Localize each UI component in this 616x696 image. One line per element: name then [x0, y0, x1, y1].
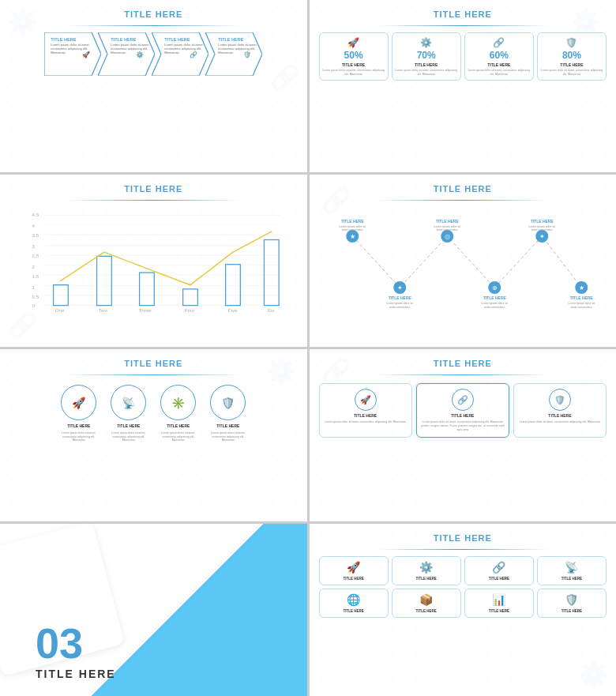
- circle-2-label: TITLE HERE: [117, 423, 140, 428]
- svg-text:TITLE HERE: TITLE HERE: [569, 295, 593, 300]
- svg-text:amet consectetur: amet consectetur: [436, 228, 458, 231]
- svg-rect-28: [226, 265, 241, 306]
- arrow-1-text: Lorem ipsum dolor sit amet, consectetur …: [51, 43, 100, 55]
- circle-2-desc: Lorem ipsum dolor sit amet, consectetur …: [107, 431, 150, 442]
- svg-text:TITLE HERE: TITLE HERE: [388, 295, 411, 300]
- arrow-process: TITLE HERE Lorem ipsum dolor sit amet, c…: [9, 32, 298, 76]
- arrow-1-icon: 🚀: [82, 51, 90, 58]
- card-3-desc: Lorem ipsum dolor sit amet, consectetur …: [520, 420, 600, 424]
- svg-text:★: ★: [349, 233, 355, 240]
- svg-text:TITLE HERE: TITLE HERE: [530, 219, 554, 224]
- info-card-1: 🚀 TITLE HERE Lorem ipsum dolor sit amet,…: [319, 383, 412, 438]
- arrow-1-label: TITLE HERE: [51, 37, 76, 42]
- arrow-3-icon: 🔗: [190, 51, 197, 58]
- stat-card-2: ⚙️ 70% TITLE HERE Lorem ipsum dolor sit …: [392, 32, 461, 81]
- cards-row: 🚀 TITLE HERE Lorem ipsum dolor sit amet,…: [319, 383, 607, 438]
- main-grid: ⚙️ 🔗 TITLE HERE TITLE HERE Lorem ipsum d…: [0, 0, 616, 696]
- arrow-item-1: TITLE HERE Lorem ipsum dolor sit amet, c…: [44, 32, 101, 76]
- slide-7: 03 TITLE HERE: [0, 524, 307, 696]
- card-3-icon: 🛡️: [549, 389, 571, 411]
- card-2-icon: 🔗: [452, 389, 474, 411]
- card-2-title: TITLE HERE: [451, 413, 474, 418]
- divider-5: [67, 374, 240, 375]
- card-3-title: TITLE HERE: [548, 413, 571, 418]
- circle-item-2: 📡 TITLE HERE Lorem ipsum dolor sit amet,…: [107, 385, 150, 442]
- svg-text:2.5: 2.5: [32, 253, 39, 258]
- circle-item-3: ✳️ TITLE HERE Lorem ipsum dolor sit amet…: [156, 385, 200, 442]
- svg-text:3: 3: [32, 243, 36, 249]
- circle-item-1: 🚀 TITLE HERE Lorem ipsum dolor sit amet,…: [57, 385, 100, 442]
- grid-3-label: TITLE HERE: [489, 577, 509, 581]
- stat-4-title: TITLE HERE: [560, 62, 583, 67]
- circle-2-icon: 📡: [111, 385, 146, 420]
- grid-7-label: TITLE HERE: [489, 609, 509, 613]
- svg-text:Three: Three: [139, 307, 152, 313]
- svg-text:Lorem ipsum dolor sit: Lorem ipsum dolor sit: [568, 302, 594, 305]
- svg-rect-26: [140, 273, 155, 306]
- svg-text:✦: ✦: [539, 233, 544, 240]
- circle-3-icon: ✳️: [160, 385, 196, 420]
- stat-2-percent: 70%: [417, 50, 436, 61]
- circle-1-label: TITLE HERE: [67, 423, 90, 428]
- arrow-2-label: TITLE HERE: [111, 37, 136, 42]
- grid-6-icon: 📦: [419, 593, 433, 606]
- stat-card-4: 🛡️ 80% TITLE HERE Lorem ipsum dolor sit …: [537, 32, 607, 81]
- circle-item-4: 🛡️ TITLE HERE Lorem ipsum dolor sit amet…: [206, 385, 250, 442]
- svg-text:★: ★: [578, 284, 584, 292]
- info-card-3: 🛡️ TITLE HERE Lorem ipsum dolor sit amet…: [513, 383, 607, 438]
- grid-item-8: 🛡️ TITLE HERE: [537, 589, 607, 618]
- slide-4-title: TITLE HERE: [434, 184, 492, 194]
- svg-text:Two: Two: [99, 307, 108, 313]
- grid-item-4: 📡 TITLE HERE: [537, 556, 607, 585]
- circle-4-desc: Lorem ipsum dolor sit amet, consectetur …: [206, 431, 250, 442]
- stat-card-1: 🚀 50% TITLE HERE Lorem ipsum dolor sit a…: [319, 32, 389, 81]
- arrow-3-label: TITLE HERE: [164, 37, 190, 42]
- svg-text:Lorem ipsum dolor sit: Lorem ipsum dolor sit: [386, 302, 412, 305]
- circle-3-desc: Lorem ipsum dolor sit amet, consectetur …: [156, 431, 200, 442]
- stat-1-title: TITLE HERE: [342, 62, 365, 67]
- grid-4-icon: 📡: [565, 561, 578, 574]
- grid-1-icon: 🚀: [347, 561, 360, 574]
- stat-card-3: 🔗 60% TITLE HERE Lorem ipsum dolor sit a…: [464, 32, 534, 81]
- slide-3-title: TITLE HERE: [124, 184, 182, 194]
- svg-text:⊕: ⊕: [491, 284, 497, 292]
- svg-text:0: 0: [32, 303, 36, 308]
- arrow-item-2: TITLE HERE Lorem ipsum dolor sit amet, c…: [98, 32, 155, 76]
- big-number: 03: [36, 622, 291, 664]
- card-1-desc: Lorem ipsum dolor sit amet, consectetur …: [325, 420, 405, 424]
- stat-1-percent: 50%: [344, 50, 363, 61]
- stat-3-percent: 60%: [490, 50, 509, 61]
- slide-2: ⚙️ TITLE HERE 🚀 50% TITLE HERE Lorem ips…: [310, 0, 617, 172]
- grid-item-6: 📦 TITLE HERE: [392, 589, 461, 618]
- circles-row: 🚀 TITLE HERE Lorem ipsum dolor sit amet,…: [57, 385, 250, 442]
- arrow-2-text: Lorem ipsum dolor sit amet, consectetur …: [111, 43, 153, 55]
- grid-1-label: TITLE HERE: [343, 577, 363, 581]
- divider-2: [376, 25, 549, 26]
- circle-1-desc: Lorem ipsum dolor sit amet, consectetur …: [57, 431, 100, 442]
- arrow-item-4: TITLE HERE Lorem ipsum dolor sit amet, c…: [205, 32, 262, 76]
- svg-text:amet consectetur: amet consectetur: [570, 306, 592, 309]
- divider-6: [376, 374, 549, 375]
- grid-4-label: TITLE HERE: [562, 577, 582, 581]
- circle-3-label: TITLE HERE: [167, 423, 190, 428]
- svg-text:One: One: [55, 307, 65, 313]
- arrow-4-label: TITLE HERE: [218, 37, 243, 42]
- arrow-4-icon: 🛡️: [243, 51, 251, 58]
- svg-text:amet consectetur: amet consectetur: [531, 228, 553, 231]
- svg-text:Six: Six: [268, 307, 276, 313]
- stat-1-icon: 🚀: [347, 37, 359, 48]
- svg-text:TITLE HERE: TITLE HERE: [435, 219, 459, 224]
- stat-3-title: TITLE HERE: [487, 62, 510, 67]
- divider-8: [376, 549, 549, 550]
- svg-text:amet consectetur: amet consectetur: [341, 228, 363, 231]
- slide-1: ⚙️ 🔗 TITLE HERE TITLE HERE Lorem ipsum d…: [0, 0, 307, 172]
- svg-text:3.5: 3.5: [32, 232, 39, 238]
- grid-item-7: 📊 TITLE HERE: [464, 589, 534, 618]
- grid-7-icon: 📊: [492, 593, 505, 606]
- arrow-4-text: Lorem ipsum dolor sit amet, consectetur …: [218, 43, 261, 55]
- grid-item-5: 🌐 TITLE HERE: [319, 589, 389, 618]
- grid-2-icon: ⚙️: [419, 561, 433, 574]
- slide-3: 🔗 TITLE HERE 4.5 4 3.5 3 2.5 2 1.5 1 0.5…: [0, 175, 307, 347]
- chart-area: 4.5 4 3.5 3 2.5 2 1.5 1 0.5 0: [9, 207, 298, 314]
- svg-text:◎: ◎: [444, 233, 449, 240]
